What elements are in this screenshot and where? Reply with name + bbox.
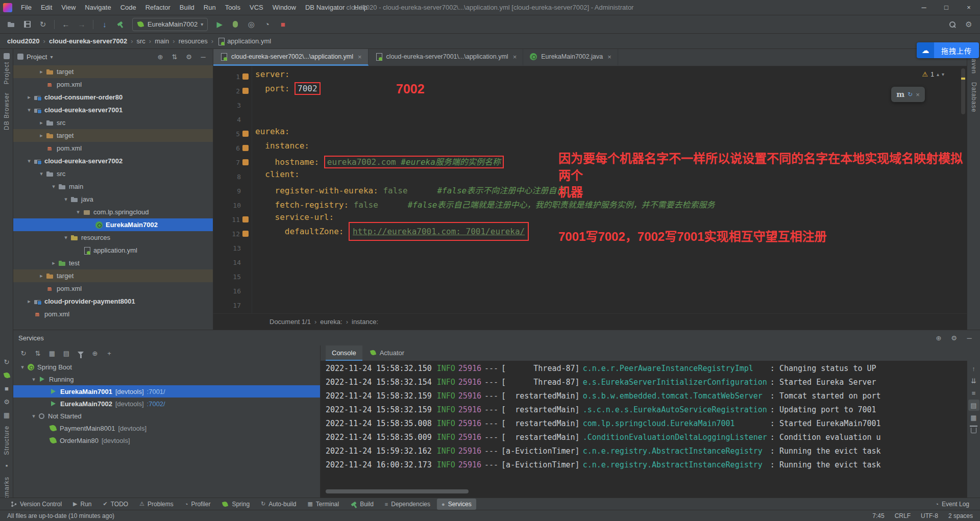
- wrench-icon[interactable]: ⚙: [0, 395, 13, 408]
- breadcrumb-module[interactable]: cloud-eureka-server7002: [49, 37, 127, 45]
- service-group-spring-boot[interactable]: ▾Spring Boot: [13, 361, 320, 373]
- close-tab-icon[interactable]: ×: [607, 53, 611, 61]
- service-group-not-started[interactable]: ▾Not Started: [13, 410, 320, 422]
- tool-button-spring[interactable]: Spring: [217, 499, 254, 510]
- screenshot-icon[interactable]: ▦: [0, 408, 13, 421]
- service-payment-main-8001[interactable]: PaymentMain8001[devtools]: [13, 422, 320, 434]
- tree-item-module[interactable]: ▾cloud-eureka-server7002: [13, 155, 213, 167]
- soft-wrap-icon[interactable]: ≡: [968, 387, 979, 399]
- yaml-key-gutter-icon[interactable]: [242, 231, 249, 237]
- scroll-to-end-icon[interactable]: ▤: [968, 400, 979, 411]
- yaml-key-gutter-icon[interactable]: [242, 145, 249, 151]
- service-port-link[interactable]: :7001/: [147, 388, 165, 395]
- tree-item-module[interactable]: ▸cloud-consumer-order80: [13, 91, 213, 104]
- code-line-17[interactable]: [255, 298, 967, 312]
- menu-edit[interactable]: Edit: [36, 0, 57, 15]
- settings-button[interactable]: ⚙: [962, 18, 976, 31]
- editor-tab-application-yml-7001[interactable]: cloud-eureka-server7001\...\application.…: [369, 49, 524, 66]
- service-port-link[interactable]: :7002/: [147, 400, 165, 408]
- editor-tab-application-yml-7002[interactable]: cloud-eureka-server7002\...\application.…: [213, 49, 369, 66]
- search-everywhere-button[interactable]: [945, 18, 960, 31]
- menu-file[interactable]: File: [16, 0, 36, 15]
- maximize-button[interactable]: □: [935, 0, 958, 15]
- tree-item-pom[interactable]: pom.xml: [13, 142, 213, 155]
- menu-vcs[interactable]: VCS: [245, 0, 268, 15]
- menu-tools[interactable]: Tools: [220, 0, 245, 15]
- code-line-12[interactable]: defaultZone: http://eureka7001.com: 7001…: [255, 227, 967, 241]
- menu-code[interactable]: Code: [116, 0, 141, 15]
- hide-panel-icon[interactable]: ─: [964, 332, 975, 343]
- code-area[interactable]: server: port: 7002 eureka: instance: hos…: [252, 66, 967, 313]
- horizontal-scrollbar[interactable]: [326, 489, 469, 493]
- tool-window-button-structure[interactable]: Structure: [3, 421, 10, 459]
- close-button[interactable]: ×: [958, 0, 980, 15]
- stop-icon[interactable]: ■: [0, 382, 13, 395]
- tree-item-java[interactable]: ▾java: [13, 193, 213, 206]
- scroll-up-icon[interactable]: ↑: [968, 363, 979, 374]
- expand-all-icon[interactable]: ⇅: [32, 347, 44, 359]
- tool-button-services[interactable]: ●Services: [437, 499, 476, 510]
- service-eureka-main-7001[interactable]: EurekaMain7001[devtools]:7001/: [13, 385, 320, 398]
- code-line-4[interactable]: [255, 112, 967, 127]
- prev-warning-icon[interactable]: ▴: [937, 71, 939, 77]
- tree-item-main[interactable]: ▾main: [13, 180, 213, 193]
- tab-console[interactable]: Console: [326, 345, 362, 361]
- open-button[interactable]: [4, 18, 18, 31]
- code-line-6[interactable]: instance:: [255, 141, 967, 155]
- tree-item-module[interactable]: ▾cloud-eureka-server7001: [13, 104, 213, 116]
- code-line-16[interactable]: [255, 284, 967, 298]
- inspection-widget[interactable]: ⚠ 1 ▴ ▾: [922, 70, 944, 78]
- tool-button-auto-build[interactable]: ↻Auto-build: [256, 499, 301, 510]
- tool-button-terminal[interactable]: ▦Terminal: [303, 499, 344, 510]
- tool-button-version-control[interactable]: Version Control: [6, 499, 66, 510]
- tool-button-profiler[interactable]: ◔Profiler: [180, 499, 215, 510]
- scrollbar-thumb[interactable]: [961, 68, 965, 114]
- minimize-button[interactable]: ─: [913, 0, 935, 15]
- tree-item-target[interactable]: ▸target: [13, 65, 213, 78]
- tree-item-root-pom[interactable]: pom.xml: [13, 308, 213, 320]
- default-zone-url[interactable]: http://eureka7001.com: 7001/eureka/: [353, 227, 525, 236]
- code-line-8[interactable]: client:: [255, 169, 967, 184]
- tool-button-event-log[interactable]: ◔Event Log: [930, 499, 974, 510]
- menu-navigate[interactable]: Navigate: [80, 0, 115, 15]
- rerun-icon[interactable]: ↻: [0, 355, 13, 368]
- close-icon[interactable]: ×: [916, 91, 920, 98]
- chevron-down-icon[interactable]: ▾: [50, 54, 53, 60]
- expand-collapse-icon[interactable]: ⇅: [169, 51, 180, 62]
- breadcrumb-main[interactable]: main: [155, 37, 169, 45]
- code-line-2[interactable]: port: 7002: [255, 84, 967, 98]
- spring-leaf-icon[interactable]: [0, 368, 13, 382]
- tree-item-pom[interactable]: pom.xml: [13, 78, 213, 91]
- code-line-13[interactable]: [255, 241, 967, 255]
- yaml-key-gutter-icon[interactable]: [242, 73, 249, 80]
- service-order-main-80[interactable]: OrderMain80[devtools]: [13, 434, 320, 446]
- yaml-key-gutter-icon[interactable]: [242, 88, 249, 94]
- tool-button-dependencies[interactable]: ≡Dependencies: [380, 499, 435, 510]
- float-mode-icon[interactable]: ⊕: [933, 332, 944, 343]
- tree-item-target[interactable]: ▸target: [13, 269, 213, 282]
- view-options-icon[interactable]: ▤: [60, 347, 72, 359]
- code-line-3[interactable]: [255, 98, 967, 112]
- editor-tab-eureka-main-java[interactable]: EurekaMain7002.java ×: [523, 49, 618, 66]
- indent-setting[interactable]: 2 spaces: [948, 512, 973, 519]
- service-eureka-main-7002[interactable]: EurekaMain7002[devtools]:7002/: [13, 398, 320, 410]
- tree-item-application-yml[interactable]: application.yml: [13, 244, 213, 257]
- caret-position[interactable]: 7:45: [872, 512, 884, 519]
- tool-window-button-database[interactable]: Database: [967, 78, 980, 116]
- menu-run[interactable]: Run: [199, 0, 220, 15]
- yaml-key-gutter-icon[interactable]: [242, 159, 249, 165]
- tree-item-resources[interactable]: ▾resources: [13, 231, 213, 244]
- drag-upload-button[interactable]: ☁ 拖拽上传: [917, 42, 979, 58]
- breadcrumb-file[interactable]: application.yml: [227, 37, 271, 45]
- yaml-key-gutter-icon[interactable]: [242, 131, 249, 137]
- line-separator[interactable]: CRLF: [895, 512, 911, 519]
- update-project-button[interactable]: ↓: [97, 18, 112, 31]
- tree-item-src[interactable]: ▸src: [13, 116, 213, 129]
- file-encoding[interactable]: UTF-8: [921, 512, 938, 519]
- bookmark-icon[interactable]: ▪: [0, 459, 13, 473]
- menu-view[interactable]: View: [57, 0, 80, 15]
- code-line-10[interactable]: fetch-registry: false #false表示自己端就是注册中心，…: [255, 198, 967, 212]
- yaml-key-gutter-icon[interactable]: [242, 216, 249, 222]
- filter-icon[interactable]: [75, 347, 87, 359]
- menu-window[interactable]: Window: [268, 0, 301, 15]
